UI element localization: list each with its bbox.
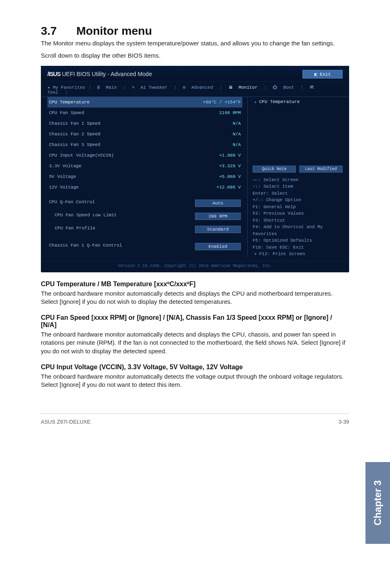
page-footer: ASUS Z87I-DELUXE 3-39 (41, 413, 349, 425)
key-help-panel: →←: Select Screen ↑↓: Select Item Enter:… (253, 177, 343, 258)
scroll-up-icon: ▲ (254, 100, 256, 104)
row-cpu-fan-low-limit[interactable]: CPU Fan Speed Low Limit 200 RPM (47, 210, 242, 223)
keyhelp-line: F2: Previous Values (253, 210, 343, 217)
cpu-input-voltage-value: +1.808 V (219, 153, 241, 158)
cpu-temp-label: CPU Temperature (49, 100, 90, 105)
row-5v-voltage[interactable]: 5V Voltage +5.080 V (47, 171, 242, 182)
v5-label: 5V Voltage (49, 174, 76, 179)
section-title-text: Monitor menu (76, 25, 152, 37)
v33-label: 3.3V Voltage (49, 164, 81, 168)
subheading-fan-speed: CPU Fan Speed [xxxx RPM] or [Ignore] / [… (41, 314, 349, 329)
keyhelp-line: ↑↓: Select Item (253, 183, 343, 190)
cpu-fan-low-dropdown[interactable]: 200 RPM (195, 213, 241, 220)
advanced-icon: ⚙ (183, 85, 188, 90)
quick-note-button[interactable]: Quick Note (253, 166, 296, 173)
tab-ai-tweaker[interactable]: ✎ Ai Tweaker (132, 85, 171, 90)
chfan3-speed-value: N/A (233, 142, 241, 147)
tool-icon: 🛠 (309, 85, 314, 90)
exit-icon: ◧ (314, 72, 320, 77)
tweaker-icon: ✎ (132, 85, 137, 90)
keyhelp-line: F1: General Help (253, 204, 343, 211)
help-title: CPU Temperature (259, 99, 300, 104)
last-modified-button[interactable]: Last Modified (299, 166, 343, 173)
row-cpu-temperature[interactable]: CPU Temperature +68°C / +154°F (47, 97, 242, 108)
bios-title: /ISUS UEFI BIOS Utility - Advanced Mode (47, 71, 152, 77)
keyhelp-line: →←: Select Screen (253, 177, 343, 184)
scroll-down-icon: ▼ (254, 252, 256, 256)
tab-favorites[interactable]: ★ My Favorites (47, 85, 85, 90)
bios-header: /ISUS UEFI BIOS Utility - Advanced Mode … (41, 66, 349, 81)
cpu-fan-profile-label: CPU Fan Profile (49, 226, 95, 233)
cpu-fan-low-label: CPU Fan Speed Low Limit (49, 213, 117, 220)
chfan2-speed-value: N/A (233, 132, 241, 137)
section-heading: 3.7 Monitor menu (41, 25, 349, 38)
cpu-fan-speed-value: 2166 RPM (219, 110, 241, 115)
intro-paragraph-2: Scroll down to display the other BIOS it… (41, 52, 349, 60)
cpu-temp-value: +68°C / +154°F (203, 100, 241, 105)
bios-version-line: Version 2.10.1208. Copyright (C) 2013 Am… (41, 261, 349, 272)
tab-monitor[interactable]: 🖥 Monitor (228, 85, 261, 90)
section-number: 3.7 (41, 25, 57, 37)
monitor-icon: 🖥 (228, 85, 235, 90)
chfan1-speed-value: N/A (233, 121, 241, 126)
chfan2-speed-label: Chassis Fan 2 Speed (49, 132, 100, 137)
row-chassis-fan1-speed[interactable]: Chassis Fan 1 Speed N/A (47, 118, 242, 129)
chfan3-speed-label: Chassis Fan 3 Speed (49, 142, 100, 147)
chfan1-speed-label: Chassis Fan 1 Speed (49, 121, 100, 126)
tab-boot[interactable]: ⏻ Boot (273, 85, 297, 90)
chfan1-qfan-dropdown[interactable]: Enabled (195, 243, 241, 250)
v5-value: +5.080 V (219, 174, 241, 179)
intro-paragraph-1: The Monitor menu displays the system tem… (41, 39, 349, 47)
list-icon: ≣ (97, 85, 103, 90)
keyhelp-line: F3: Shortcut (253, 217, 343, 224)
cpu-qfan-dropdown[interactable]: Auto (195, 200, 241, 207)
row-12v-voltage[interactable]: 12V Voltage +12.096 V (47, 182, 242, 193)
footer-right: 3-39 (338, 419, 349, 425)
subheading-cpu-mb-temp: CPU Temperature / MB Temperature [xxxºC/… (41, 281, 349, 288)
bios-settings-list: CPU Temperature +68°C / +154°F CPU Fan S… (47, 97, 242, 258)
keyhelp-line: F12: Print Screen (259, 251, 305, 256)
keyhelp-line: F10: Save ESC: Exit (253, 244, 343, 251)
bios-help-panel: ▲ CPU Temperature Quick Note Last Modifi… (247, 97, 343, 258)
v12-label: 12V Voltage (49, 185, 79, 190)
bios-title-text: UEFI BIOS Utility - Advanced Mode (62, 71, 152, 77)
row-cpu-fan-profile[interactable]: CPU Fan Profile Standard (47, 223, 242, 236)
row-cpu-qfan-control[interactable]: CPU Q-Fan Control Auto (47, 197, 242, 210)
row-chassis-fan2-speed[interactable]: Chassis Fan 2 Speed N/A (47, 129, 242, 139)
cpu-fan-speed-label: CPU Fan Speed (49, 110, 84, 115)
cpu-input-voltage-label: CPU Input Voltage(VCCIN) (49, 153, 114, 158)
exit-label: Exit (320, 72, 331, 77)
row-chassis-fan1-qfan[interactable]: Chassis Fan 1 Q-Fan Control Enabled (47, 240, 242, 253)
body-voltage: The onboard hardware monitor automatical… (41, 373, 349, 389)
keyhelp-line: F5: Optimized Defaults (253, 237, 343, 244)
boot-icon: ⏻ (273, 85, 280, 90)
subheading-voltage: CPU Input Voltage (VCCIN), 3.3V Voltage,… (41, 364, 349, 371)
row-3-3v-voltage[interactable]: 3.3V Voltage +3.328 V (47, 161, 242, 171)
keyhelp-line: F4: Add to Shortcut and My Favorites (253, 224, 343, 237)
row-cpu-input-voltage[interactable]: CPU Input Voltage(VCCIN) +1.808 V (47, 150, 242, 161)
keyhelp-line: +/-: Change Option (253, 197, 343, 204)
body-fan-speed: The onboard hardware monitor automatical… (41, 330, 349, 355)
tab-main[interactable]: ≣ Main (97, 85, 120, 90)
bios-window: /ISUS UEFI BIOS Utility - Advanced Mode … (41, 66, 349, 272)
chfan1-qfan-label: Chassis Fan 1 Q-Fan Control (49, 243, 122, 250)
body-cpu-mb-temp: The onboard hardware monitor automatical… (41, 290, 349, 306)
keyhelp-line: Enter: Select (253, 190, 343, 197)
row-cpu-fan-speed[interactable]: CPU Fan Speed 2166 RPM (47, 108, 242, 118)
cpu-qfan-label: CPU Q-Fan Control (49, 200, 95, 207)
exit-button[interactable]: ◧ Exit (303, 70, 343, 79)
tab-advanced[interactable]: ⚙ Advanced (183, 85, 216, 90)
bios-tab-bar: ★ My Favorites| ≣ Main| ✎ Ai Tweaker| ⚙ … (41, 81, 349, 97)
v33-value: +3.328 V (219, 164, 241, 168)
row-chassis-fan3-speed[interactable]: Chassis Fan 3 Speed N/A (47, 139, 242, 150)
v12-value: +12.096 V (217, 185, 241, 190)
footer-left: ASUS Z87I-DELUXE (41, 419, 90, 425)
cpu-fan-profile-dropdown[interactable]: Standard (195, 226, 241, 233)
brand-logo: /ISUS (47, 71, 61, 77)
